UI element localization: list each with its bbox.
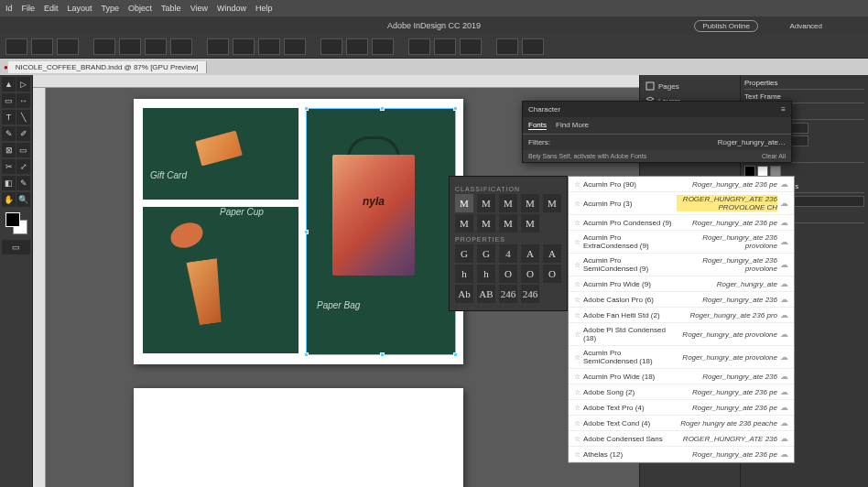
ctrl-slot[interactable] <box>346 38 368 55</box>
document-tab[interactable]: NICOLE_COFFEE_BRAND.indd @ 87% [GPU Prev… <box>8 61 207 73</box>
menu-object[interactable]: Object <box>128 4 152 13</box>
favorite-star-icon[interactable]: ☆ <box>574 353 580 362</box>
prop-icon[interactable]: A <box>521 244 539 263</box>
gradient-tool[interactable]: ◧ <box>2 176 16 190</box>
classify-icon[interactable]: M <box>543 194 561 212</box>
prop-icon[interactable]: G <box>477 244 495 263</box>
prop-icon[interactable]: O <box>521 265 539 283</box>
sync-icon[interactable]: ☁ <box>780 434 788 443</box>
classify-serif-icon[interactable]: M <box>455 194 473 212</box>
favorite-star-icon[interactable]: ☆ <box>574 388 580 396</box>
font-list-item[interactable]: ☆Acumin Pro (90)Roger_hungry_ate 236 pe☁ <box>569 177 794 192</box>
font-list-item[interactable]: ☆Adobe Fan Heiti Std (2)Roger_hungry_ate… <box>569 308 794 323</box>
font-list-item[interactable]: ☆Adobe Condensed SansROGER_HUNGRY_ATE 23… <box>569 431 794 447</box>
sync-icon[interactable]: ☁ <box>780 279 788 288</box>
sync-icon[interactable]: ☁ <box>780 218 788 227</box>
sync-icon[interactable]: ☁ <box>780 295 788 304</box>
selected-font-label[interactable]: Roger_hungry_ate… <box>718 138 786 146</box>
sync-icon[interactable]: ☁ <box>780 199 788 208</box>
ctrl-slot[interactable] <box>372 38 394 55</box>
classify-icon[interactable]: M <box>499 214 517 233</box>
view-mode-toggle[interactable]: ▭ <box>2 240 30 254</box>
ctrl-slot[interactable] <box>522 38 544 55</box>
frame-paper-bag[interactable]: nyla <box>306 108 456 355</box>
pen-tool[interactable]: ✎ <box>2 126 16 141</box>
classify-icon[interactable]: M <box>477 194 495 212</box>
menu-file[interactable]: File <box>22 4 36 13</box>
ctrl-slot[interactable] <box>233 38 255 55</box>
sync-icon[interactable]: ☁ <box>780 449 788 459</box>
prop-icon[interactable]: A <box>543 244 561 263</box>
prop-icon[interactable]: h <box>477 265 495 283</box>
ctrl-slot[interactable] <box>284 38 306 55</box>
font-list-item[interactable]: ☆Acumin Pro Condensed (9)Roger_hungry_at… <box>569 215 794 231</box>
eyedropper-tool[interactable]: ✎ <box>16 176 30 190</box>
favorite-star-icon[interactable]: ☆ <box>574 450 580 459</box>
favorite-star-icon[interactable]: ☆ <box>574 419 580 427</box>
favorite-star-icon[interactable]: ☆ <box>574 261 580 269</box>
classify-icon[interactable]: M <box>455 214 473 233</box>
font-list-item[interactable]: ☆Acumin Pro Wide (9)Roger_hungry_ate☁ <box>569 276 794 292</box>
zoom-tool[interactable]: 🔍 <box>16 192 30 207</box>
favorite-star-icon[interactable]: ☆ <box>574 330 580 339</box>
direct-select-tool[interactable]: ▷ <box>16 77 30 92</box>
ruler-horizontal[interactable] <box>33 75 639 88</box>
menu-help[interactable]: Help <box>255 4 273 13</box>
ctrl-slot[interactable] <box>57 38 79 55</box>
selection-handle[interactable] <box>304 106 309 111</box>
rect-frame-tool[interactable]: ⊠ <box>2 143 16 157</box>
font-list-item[interactable]: ☆Adobe Song (2)Roger_hungry_ate 236 pe☁ <box>569 384 794 400</box>
selection-tool[interactable]: ▲ <box>2 77 16 92</box>
frame-gift-card[interactable] <box>143 108 298 200</box>
sync-icon[interactable]: ☁ <box>780 237 788 246</box>
menu-id[interactable]: Id <box>5 4 13 13</box>
ctrl-slot[interactable] <box>496 38 518 55</box>
ruler-vertical[interactable] <box>33 88 46 487</box>
sync-icon[interactable]: ☁ <box>780 179 788 189</box>
menu-edit[interactable]: Edit <box>44 4 59 13</box>
prop-icon[interactable]: Ab <box>455 285 473 303</box>
menu-table[interactable]: Table <box>161 4 181 13</box>
ctrl-slot[interactable] <box>31 38 53 55</box>
fill-stroke-swatch[interactable] <box>5 212 27 234</box>
page-2[interactable] <box>134 388 463 487</box>
favorite-star-icon[interactable]: ☆ <box>574 373 580 381</box>
font-list-item[interactable]: ☆Acumin Pro SemiCondensed (9)Roger_hungr… <box>569 254 794 276</box>
favorite-star-icon[interactable]: ☆ <box>574 296 580 304</box>
character-panel[interactable]: Character ≡ Fonts Find More Filters: Rog… <box>522 101 792 163</box>
classify-icon[interactable]: M <box>499 194 517 212</box>
scissors-tool[interactable]: ✂ <box>2 159 16 174</box>
classify-icon[interactable]: M <box>521 214 539 233</box>
selection-handle[interactable] <box>380 106 385 111</box>
font-list-item[interactable]: ☆Acumin Pro SemiCondensed (18)Roger_hung… <box>569 346 794 369</box>
prop-icon[interactable]: 246 <box>499 285 517 303</box>
sync-icon[interactable]: ☁ <box>780 310 788 319</box>
ctrl-slot[interactable] <box>434 38 456 55</box>
rect-tool[interactable]: ▭ <box>16 143 30 157</box>
favorite-star-icon[interactable]: ☆ <box>574 404 580 412</box>
sync-icon[interactable]: ☁ <box>780 352 788 362</box>
classify-icon[interactable]: M <box>521 194 539 212</box>
prop-icon[interactable]: h <box>455 265 473 283</box>
ctrl-slot[interactable] <box>258 38 280 55</box>
favorite-star-icon[interactable]: ☆ <box>574 200 580 208</box>
font-list-item[interactable]: ☆Acumin Pro ExtraCondensed (9)Roger_hung… <box>569 231 794 254</box>
menu-type[interactable]: Type <box>102 4 120 13</box>
favorite-star-icon[interactable]: ☆ <box>574 311 580 319</box>
ctrl-slot[interactable] <box>145 38 167 55</box>
font-list-item[interactable]: ☆Adobe Text Cond (4)Roger hungry ate 236… <box>569 416 794 431</box>
ctrl-slot[interactable] <box>408 38 430 55</box>
prop-icon[interactable]: AB <box>477 285 495 303</box>
clear-all-link[interactable]: Clear All <box>762 153 786 159</box>
menu-layout[interactable]: Layout <box>68 4 92 13</box>
favorite-star-icon[interactable]: ☆ <box>574 219 580 227</box>
hand-tool[interactable]: ✋ <box>2 192 16 207</box>
line-tool[interactable]: ╲ <box>16 110 30 124</box>
menu-view[interactable]: View <box>190 4 208 13</box>
gap-tool[interactable]: ↔ <box>16 93 30 108</box>
menu-window[interactable]: Window <box>217 4 246 13</box>
prop-icon[interactable]: O <box>499 265 517 283</box>
ctrl-slot[interactable] <box>5 38 27 55</box>
font-list-item[interactable]: ☆Adobe Text Pro (4)Roger_hungry_ate 236 … <box>569 400 794 416</box>
font-list-dropdown[interactable]: ☆Acumin Pro (90)Roger_hungry_ate 236 pe☁… <box>568 176 795 463</box>
